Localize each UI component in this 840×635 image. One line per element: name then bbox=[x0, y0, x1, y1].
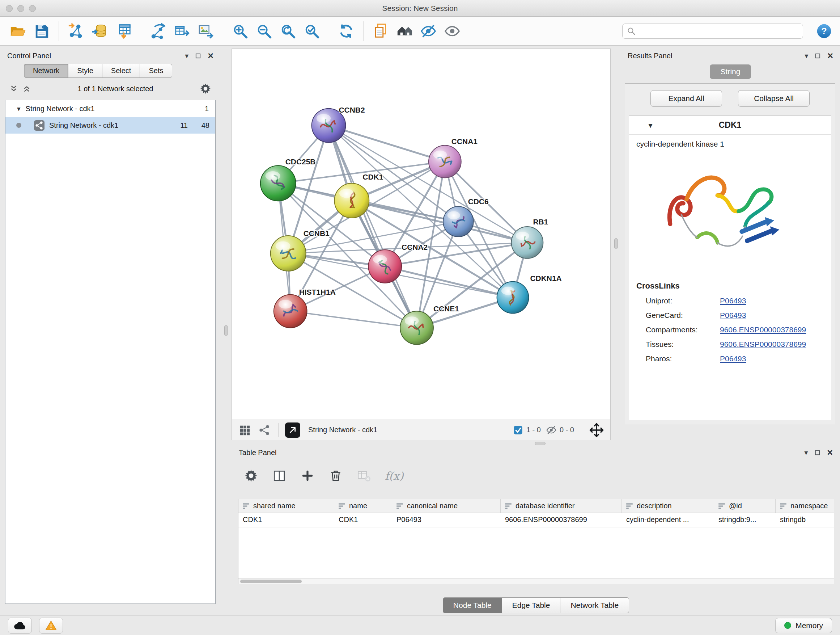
add-column-icon[interactable] bbox=[300, 469, 315, 483]
crosslink-row: Tissues:9606.ENSP00000378699 bbox=[629, 337, 831, 352]
import-table-button[interactable] bbox=[113, 20, 134, 42]
column-header-canonical-name[interactable]: canonical name bbox=[392, 499, 501, 513]
table-cell[interactable]: P06493 bbox=[392, 513, 501, 527]
export-table-button[interactable] bbox=[172, 20, 193, 42]
table-cell[interactable]: CDK1 bbox=[238, 513, 334, 527]
close-window-button[interactable] bbox=[6, 5, 13, 12]
hide-selected-button[interactable] bbox=[418, 20, 439, 42]
table-settings-gear-icon[interactable] bbox=[244, 469, 258, 483]
document-copy-button[interactable] bbox=[370, 20, 391, 42]
tree-expand-icon[interactable]: ▾ bbox=[17, 105, 21, 113]
network-collection-row[interactable]: ▾ String Network - cdk1 1 bbox=[5, 100, 215, 117]
open-session-button[interactable] bbox=[7, 20, 28, 42]
network-options-gear-icon[interactable] bbox=[200, 83, 211, 95]
selected-checkbox-icon[interactable] bbox=[513, 424, 523, 435]
network-node-CDC25B[interactable] bbox=[261, 165, 296, 201]
crosslink-value-link[interactable]: P06493 bbox=[720, 296, 746, 305]
toolbar-separator bbox=[58, 21, 59, 41]
refresh-network-button[interactable] bbox=[336, 20, 357, 42]
expand-all-button[interactable]: Expand All bbox=[651, 90, 722, 107]
tab-string[interactable]: String bbox=[710, 65, 751, 79]
panel-close-icon[interactable]: × bbox=[208, 51, 213, 61]
network-node-CCNA2[interactable] bbox=[368, 250, 401, 283]
panel-close-icon[interactable]: × bbox=[827, 51, 833, 61]
grid-view-icon[interactable] bbox=[238, 423, 252, 437]
panel-menu-icon[interactable]: ▾ bbox=[805, 52, 808, 59]
table-cell[interactable]: 9606.ENSP00000378699 bbox=[501, 513, 622, 527]
splitter-handle-left[interactable] bbox=[224, 325, 228, 336]
export-image-button[interactable] bbox=[195, 20, 216, 42]
table-cell[interactable]: stringdb bbox=[775, 513, 834, 527]
splitter-handle-bottom[interactable] bbox=[535, 442, 546, 445]
pan-move-icon[interactable] bbox=[589, 422, 605, 438]
warnings-button[interactable] bbox=[39, 618, 63, 633]
network-node-CDKN1A[interactable] bbox=[497, 282, 529, 314]
minimize-window-button[interactable] bbox=[17, 5, 24, 12]
expand-all-icon[interactable] bbox=[22, 84, 31, 93]
tab-style[interactable]: Style bbox=[68, 64, 102, 78]
network-node-CDK1[interactable] bbox=[334, 183, 369, 218]
import-network-file-button[interactable] bbox=[65, 20, 87, 42]
show-all-button[interactable] bbox=[442, 20, 463, 42]
export-network-button[interactable] bbox=[148, 20, 169, 42]
zoom-selected-button[interactable] bbox=[302, 20, 322, 42]
tab-network-table[interactable]: Network Table bbox=[560, 597, 629, 613]
panel-float-icon[interactable] bbox=[815, 53, 821, 59]
section-collapse-icon[interactable]: ▾ bbox=[649, 121, 652, 130]
tab-sets[interactable]: Sets bbox=[140, 64, 172, 78]
open-in-new-icon[interactable] bbox=[285, 423, 300, 438]
panel-float-icon[interactable] bbox=[195, 53, 201, 59]
table-cell[interactable]: cyclin-dependent ... bbox=[622, 513, 714, 527]
search-input[interactable] bbox=[638, 27, 798, 35]
network-canvas[interactable]: CCNB2CCNA1CDC25BCDK1CDC6RB1CCNB1CCNA2CDK… bbox=[232, 49, 611, 420]
zoom-window-button[interactable] bbox=[29, 5, 36, 12]
zoom-fit-button[interactable] bbox=[278, 20, 298, 42]
network-node-RB1[interactable] bbox=[512, 226, 543, 258]
show-columns-icon[interactable] bbox=[272, 469, 286, 483]
column-header-namespace[interactable]: namespace bbox=[775, 499, 834, 513]
table-row[interactable]: CDK1CDK1P064939606.ENSP00000378699cyclin… bbox=[238, 513, 834, 527]
import-network-database-button[interactable] bbox=[89, 20, 111, 42]
zoom-in-button[interactable] bbox=[230, 20, 251, 42]
memory-button[interactable]: Memory bbox=[775, 618, 832, 633]
network-graph[interactable]: CCNB2CCNA1CDC25BCDK1CDC6RB1CCNB1CCNA2CDK… bbox=[232, 49, 610, 420]
scrollbar-thumb[interactable] bbox=[240, 580, 302, 583]
crosslink-value-link[interactable]: P06493 bbox=[720, 311, 746, 320]
tab-node-table[interactable]: Node Table bbox=[443, 597, 502, 613]
hidden-eye-slash-icon[interactable] bbox=[546, 424, 557, 435]
share-network-icon[interactable] bbox=[257, 423, 272, 437]
collapse-all-icon[interactable] bbox=[9, 84, 18, 93]
collapse-all-button[interactable]: Collapse All bbox=[738, 90, 810, 107]
network-node-CCNA1[interactable] bbox=[429, 145, 461, 178]
network-node-HIST1H1A[interactable] bbox=[274, 295, 307, 328]
cloud-status-button[interactable] bbox=[8, 618, 32, 633]
crosslink-value-link[interactable]: P06493 bbox=[720, 355, 746, 363]
panel-menu-icon[interactable]: ▾ bbox=[804, 449, 808, 456]
home-button[interactable] bbox=[394, 20, 415, 42]
tab-select[interactable]: Select bbox=[102, 64, 141, 78]
crosslink-value-link[interactable]: 9606.ENSP00000378699 bbox=[720, 340, 806, 348]
tab-network[interactable]: Network bbox=[24, 64, 68, 78]
table-cell[interactable]: CDK1 bbox=[334, 513, 392, 527]
network-node-CCNE1[interactable] bbox=[400, 311, 433, 345]
column-header-shared-name[interactable]: shared name bbox=[238, 499, 334, 513]
panel-float-icon[interactable] bbox=[814, 450, 821, 456]
column-header--id[interactable]: @id bbox=[714, 499, 775, 513]
column-header-database-identifier[interactable]: database identifier bbox=[501, 499, 622, 513]
column-header-name[interactable]: name bbox=[334, 499, 392, 513]
help-button[interactable]: ? bbox=[815, 22, 833, 40]
network-node-CCNB1[interactable] bbox=[271, 236, 306, 271]
column-header-description[interactable]: description bbox=[622, 499, 714, 513]
crosslink-value-link[interactable]: 9606.ENSP00000378699 bbox=[720, 325, 806, 334]
table-cell[interactable]: stringdb:9... bbox=[714, 513, 775, 527]
network-node-CDC6[interactable] bbox=[443, 206, 474, 237]
panel-menu-icon[interactable]: ▾ bbox=[185, 52, 188, 59]
delete-column-icon[interactable] bbox=[328, 469, 343, 483]
splitter-handle-right[interactable] bbox=[614, 238, 618, 249]
tab-edge-table[interactable]: Edge Table bbox=[502, 597, 561, 613]
save-session-button[interactable] bbox=[31, 20, 52, 42]
protein-section-header[interactable]: ▾ CDK1 bbox=[629, 116, 831, 135]
network-row-selected[interactable]: String Network - cdk1 11 48 bbox=[5, 117, 215, 134]
zoom-out-button[interactable] bbox=[254, 20, 275, 42]
panel-close-icon[interactable]: × bbox=[827, 448, 833, 458]
